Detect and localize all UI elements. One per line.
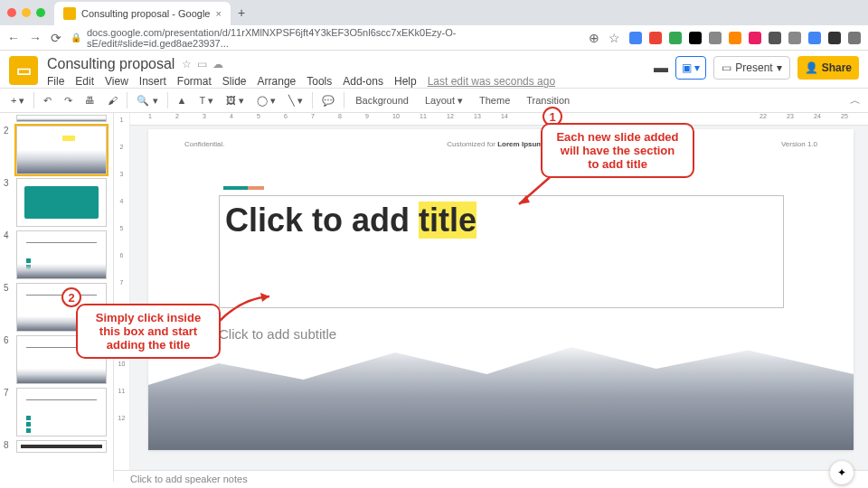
- redo-button[interactable]: ↷: [61, 93, 76, 108]
- slide-thumb[interactable]: [16, 178, 107, 227]
- add-people-button[interactable]: ▣ ▾: [675, 56, 706, 80]
- new-slide-button[interactable]: + ▾: [7, 93, 28, 108]
- app-header: ▭ Consulting proposal ☆ ▭ ☁ File Edit Vi…: [0, 51, 868, 88]
- cloud-icon[interactable]: ☁: [212, 58, 223, 70]
- forward-button[interactable]: →: [29, 31, 42, 45]
- zoom-button[interactable]: 🔍 ▾: [133, 93, 161, 108]
- slide-thumb[interactable]: [16, 115, 107, 122]
- menu-tools[interactable]: Tools: [307, 75, 332, 88]
- share-button[interactable]: 👤 Share: [797, 56, 859, 80]
- subtitle-placeholder[interactable]: Click to add subtitle: [219, 326, 784, 353]
- menu-file[interactable]: File: [47, 75, 64, 88]
- annotation-1: Each new slide added will have the secti…: [541, 123, 694, 178]
- select-tool[interactable]: ▲: [174, 93, 191, 108]
- url-text: docs.google.com/presentation/d/11rXMlNXP…: [87, 27, 580, 49]
- main-area: 2 3 4 5 6 7 8 123456789101112 1234567891…: [0, 113, 868, 482]
- ext-icon[interactable]: [709, 32, 722, 44]
- layout-button[interactable]: Layout ▾: [420, 93, 468, 108]
- menu-view[interactable]: View: [105, 75, 128, 88]
- ext-icon[interactable]: [649, 32, 662, 44]
- print-button[interactable]: 🖶: [81, 93, 99, 108]
- slide-thumb[interactable]: [16, 126, 107, 174]
- collapse-toolbar-button[interactable]: ︿: [850, 93, 861, 108]
- star-icon[interactable]: ☆: [609, 31, 620, 45]
- new-tab-button[interactable]: +: [238, 5, 245, 20]
- menu-slide[interactable]: Slide: [222, 75, 247, 88]
- ext-icon[interactable]: [749, 32, 761, 44]
- lock-icon: 🔒: [71, 33, 81, 42]
- ext-icon[interactable]: [808, 32, 821, 44]
- ext-icon[interactable]: [769, 32, 781, 44]
- doc-title[interactable]: Consulting proposal: [47, 56, 175, 72]
- arrow-icon: [215, 289, 278, 325]
- move-icon[interactable]: ▭: [197, 58, 207, 70]
- title-text: Click to add title: [225, 202, 476, 239]
- menu-edit[interactable]: Edit: [75, 75, 94, 88]
- slide-thumb[interactable]: [16, 230, 107, 279]
- theme-button[interactable]: Theme: [474, 93, 515, 108]
- shape-tool[interactable]: ◯ ▾: [253, 93, 279, 108]
- background-button[interactable]: Background: [350, 93, 414, 108]
- image-tool[interactable]: 🖼 ▾: [222, 93, 248, 108]
- close-tab-icon[interactable]: ×: [215, 8, 221, 19]
- traffic-lights: [7, 8, 45, 17]
- svg-marker-2: [260, 293, 269, 302]
- maximize-window-icon[interactable]: [36, 8, 45, 17]
- ext-icon[interactable]: [848, 32, 861, 44]
- horizontal-ruler: 1234567891011121314 22232425: [130, 113, 868, 126]
- browser-tab-strip: Consulting proposal - Google × +: [0, 0, 868, 25]
- line-tool[interactable]: ╲ ▾: [285, 93, 307, 108]
- back-button[interactable]: ←: [7, 31, 20, 45]
- minimize-window-icon[interactable]: [22, 8, 31, 17]
- annotation-2: Simply click inside this box and start a…: [76, 304, 221, 359]
- slide-thumb[interactable]: [16, 388, 107, 436]
- slide-thumb[interactable]: [16, 440, 107, 453]
- comments-icon[interactable]: ▬: [654, 60, 668, 76]
- browser-tab[interactable]: Consulting proposal - Google ×: [54, 2, 231, 25]
- mountain-image: [148, 342, 854, 450]
- title-placeholder[interactable]: Click to add title: [219, 195, 784, 308]
- present-button[interactable]: ▭ Present ▾: [713, 56, 789, 80]
- ext-icon[interactable]: [729, 32, 741, 44]
- textbox-tool[interactable]: T ▾: [195, 93, 217, 108]
- menu-bar: File Edit View Insert Format Slide Arran…: [47, 75, 645, 88]
- last-edit-link[interactable]: Last edit was seconds ago: [428, 75, 555, 88]
- accent-bar: [223, 186, 264, 190]
- reload-button[interactable]: ⟳: [51, 31, 61, 45]
- tab-title: Consulting proposal - Google: [81, 8, 210, 19]
- vertical-ruler: 123456789101112: [114, 113, 130, 482]
- star-icon[interactable]: ☆: [182, 58, 192, 70]
- speaker-notes[interactable]: Click to add speaker notes: [114, 470, 868, 488]
- ext-icon[interactable]: [669, 32, 682, 44]
- toolbar: + ▾ ↶ ↷ 🖶 🖌 🔍 ▾ ▲ T ▾ 🖼 ▾ ◯ ▾ ╲ ▾ 💬 Back…: [0, 88, 868, 113]
- menu-arrange[interactable]: Arrange: [258, 75, 297, 88]
- close-window-icon[interactable]: [7, 8, 16, 17]
- ext-icon[interactable]: [788, 32, 801, 44]
- zoom-icon[interactable]: ⊕: [589, 31, 599, 45]
- menu-addons[interactable]: Add-ons: [343, 75, 383, 88]
- transition-button[interactable]: Transition: [521, 93, 575, 108]
- explore-button[interactable]: ✦: [830, 461, 854, 484]
- address-bar: ← → ⟳ 🔒 docs.google.com/presentation/d/1…: [0, 25, 868, 51]
- extensions: [629, 32, 861, 44]
- filmstrip[interactable]: 2 3 4 5 6 7 8: [0, 113, 114, 482]
- comment-button[interactable]: 💬: [318, 93, 338, 108]
- paint-format-button[interactable]: 🖌: [104, 93, 121, 108]
- ext-icon[interactable]: [629, 32, 642, 44]
- ext-icon[interactable]: [689, 32, 702, 44]
- undo-button[interactable]: ↶: [40, 93, 55, 108]
- url-field[interactable]: 🔒 docs.google.com/presentation/d/11rXMlN…: [71, 27, 580, 49]
- menu-format[interactable]: Format: [177, 75, 212, 88]
- slides-favicon-icon: [63, 7, 76, 20]
- slide-header: Confidential. Customized for Lorem Ipsum…: [184, 140, 817, 148]
- annotation-badge-2: 2: [61, 287, 81, 307]
- slides-logo-icon[interactable]: ▭: [9, 56, 38, 85]
- menu-insert[interactable]: Insert: [139, 75, 166, 88]
- menu-help[interactable]: Help: [394, 75, 417, 88]
- ext-icon[interactable]: [828, 32, 841, 44]
